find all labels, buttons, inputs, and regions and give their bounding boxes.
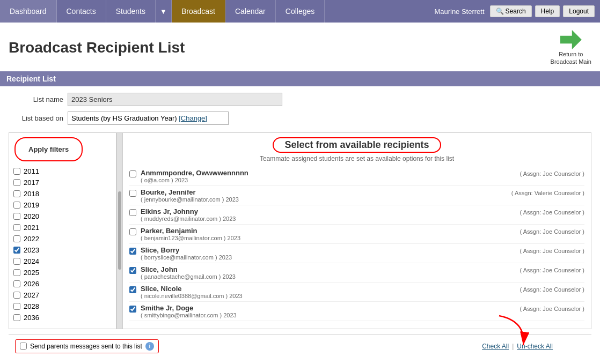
year-checkbox-2024[interactable] xyxy=(13,258,20,265)
section-header: Recipient List xyxy=(0,71,600,86)
check-uncheck-area: Check All | Un-check All xyxy=(482,343,585,350)
return-to-broadcast-button[interactable]: Return toBroadcast Main xyxy=(551,30,591,66)
recipients-list: Anmmmpondre, Owwwwennnnn( o@a.com ) 2023… xyxy=(129,167,584,321)
recipient-checkbox[interactable] xyxy=(129,267,136,274)
send-parents-row: Send parents messages sent to this list … xyxy=(15,339,159,353)
year-checkbox-2022[interactable] xyxy=(13,235,20,242)
list-based-row: List based on Students (by HS Graduation… xyxy=(9,112,591,125)
list-based-change-link[interactable]: [Change] xyxy=(179,114,207,122)
year-checkbox-2021[interactable] xyxy=(13,224,20,231)
recipient-email: ( smittybingo@mailinator.com ) 2023 xyxy=(141,312,516,318)
year-list-item: 2021 xyxy=(13,222,112,233)
recipient-row: Slice, John( panachestache@gmail.com ) 2… xyxy=(129,263,584,283)
year-checkbox-2017[interactable] xyxy=(13,179,20,186)
nav-dashboard[interactable]: Dashboard xyxy=(0,0,57,23)
year-list-item: 2028 xyxy=(13,301,112,312)
recipient-name: Parker, Benjamin xyxy=(141,227,516,235)
recipient-email: ( benjamin123@mailinator.com ) 2023 xyxy=(141,235,516,241)
recipient-row: Elkins Jr, Johnny( muddyreds@mailinator.… xyxy=(129,205,584,225)
return-label: Return toBroadcast Main xyxy=(551,50,591,66)
list-based-value: Students (by HS Graduation Year) [Change… xyxy=(68,112,229,125)
nav-contacts[interactable]: Contacts xyxy=(57,0,106,23)
recipients-header: Select from available recipients xyxy=(129,137,584,153)
year-list-item: 2023 xyxy=(13,244,112,256)
bottom-bar: Send parents messages sent to this list … xyxy=(9,335,591,358)
year-list-item: 2027 xyxy=(13,289,112,301)
nav-students-dropdown[interactable]: ▼ xyxy=(156,0,172,23)
recipient-email: ( muddyreds@mailinator.com ) 2023 xyxy=(141,216,516,222)
year-checkbox-2020[interactable] xyxy=(13,213,20,220)
recipient-checkbox[interactable] xyxy=(129,170,136,177)
year-checkbox-2018[interactable] xyxy=(13,190,20,197)
recipient-checkbox[interactable] xyxy=(129,248,136,255)
nav-colleges[interactable]: Colleges xyxy=(276,0,325,23)
help-button[interactable]: Help xyxy=(535,5,560,17)
main-content: List name List based on Students (by HS … xyxy=(0,86,600,364)
recipient-name: Slice, Borry xyxy=(141,246,516,254)
year-checkbox-2036[interactable] xyxy=(13,314,20,321)
year-list: 2011201720182019202020212022202320242025… xyxy=(9,166,116,323)
return-arrow-icon xyxy=(560,30,582,49)
recipient-name: Smithe Jr, Doge xyxy=(141,304,516,312)
nav-students[interactable]: Students xyxy=(106,0,156,23)
recipient-email: ( nicole.neville0388@gmail.com ) 2023 xyxy=(141,293,516,299)
year-list-item: 2036 xyxy=(13,312,112,323)
recipients-column: Select from available recipients Teammat… xyxy=(123,133,591,329)
year-list-item: 2011 xyxy=(13,166,112,177)
year-list-item: 2025 xyxy=(13,267,112,278)
year-list-item: 2026 xyxy=(13,278,112,289)
recipient-assign: ( Assgn: Joe Counselor ) xyxy=(520,227,584,235)
year-checkbox-2026[interactable] xyxy=(13,280,20,287)
recipient-email: ( o@a.com ) 2023 xyxy=(141,177,516,183)
top-nav: Dashboard Contacts Students ▼ Broadcast … xyxy=(0,0,600,23)
recipient-assign: ( Assgn: Joe Counselor ) xyxy=(520,246,584,254)
year-checkbox-2027[interactable] xyxy=(13,292,20,299)
recipient-row: Slice, Borry( borryslice@mailinator.com … xyxy=(129,244,584,263)
recipient-checkbox[interactable] xyxy=(129,228,136,235)
search-button[interactable]: 🔍 Search xyxy=(490,5,532,17)
page-header: Broadcast Recipient List Return toBroadc… xyxy=(0,23,600,71)
recipient-checkbox[interactable] xyxy=(129,306,136,313)
red-arrow-annotation xyxy=(488,310,531,353)
user-name: Maurine Sterrett xyxy=(434,8,484,16)
recipient-checkbox[interactable] xyxy=(129,190,136,197)
year-list-item: 2024 xyxy=(13,256,112,267)
nav-calendar[interactable]: Calendar xyxy=(225,0,276,23)
recipient-assign: ( Assgn: Joe Counselor ) xyxy=(520,169,584,177)
recipient-name: Slice, Nicole xyxy=(141,285,516,293)
year-checkbox-2019[interactable] xyxy=(13,202,20,209)
year-checkbox-2025[interactable] xyxy=(13,269,20,276)
send-parents-label: Send parents messages sent to this list xyxy=(30,343,142,350)
recipient-name: Anmmmpondre, Owwwwennnnn xyxy=(141,169,516,177)
recipient-row: Anmmmpondre, Owwwwennnnn( o@a.com ) 2023… xyxy=(129,167,584,186)
year-list-item: 2020 xyxy=(13,211,112,222)
nav-broadcast[interactable]: Broadcast xyxy=(172,0,225,23)
year-checkbox-2011[interactable] xyxy=(13,168,20,175)
recipient-email: ( panachestache@gmail.com ) 2023 xyxy=(141,273,516,280)
year-list-item: 2017 xyxy=(13,177,112,188)
list-name-input[interactable] xyxy=(68,93,282,106)
recipient-checkbox[interactable] xyxy=(129,209,136,216)
year-list-item: 2019 xyxy=(13,199,112,211)
list-name-label: List name xyxy=(9,95,68,103)
logout-button[interactable]: Logout xyxy=(563,5,595,17)
info-icon: i xyxy=(145,342,154,351)
filters-column: Apply filters 20112017201820192020202120… xyxy=(9,133,116,329)
recipients-subtitle: Teammate assigned students are set as av… xyxy=(129,155,584,162)
year-checkbox-2028[interactable] xyxy=(13,303,20,310)
list-name-row: List name xyxy=(9,93,591,106)
apply-filters-button[interactable]: Apply filters xyxy=(21,143,76,156)
two-column-area: Apply filters 20112017201820192020202120… xyxy=(9,132,591,329)
recipient-name: Bourke, Jennifer xyxy=(141,188,507,196)
page-title: Broadcast Recipient List xyxy=(9,39,185,56)
scroll-divider[interactable] xyxy=(116,133,123,329)
send-parents-checkbox[interactable] xyxy=(20,343,27,350)
recipient-checkbox[interactable] xyxy=(129,286,136,293)
recipient-assign: ( Assgn: Joe Counselor ) xyxy=(520,265,584,273)
year-list-item: 2022 xyxy=(13,233,112,244)
search-icon: 🔍 xyxy=(496,8,504,15)
recipient-name: Slice, John xyxy=(141,265,516,273)
recipient-assign: ( Assgn: Valerie Counselor ) xyxy=(511,188,584,196)
list-based-label: List based on xyxy=(9,114,68,122)
year-checkbox-2023[interactable] xyxy=(13,247,20,254)
